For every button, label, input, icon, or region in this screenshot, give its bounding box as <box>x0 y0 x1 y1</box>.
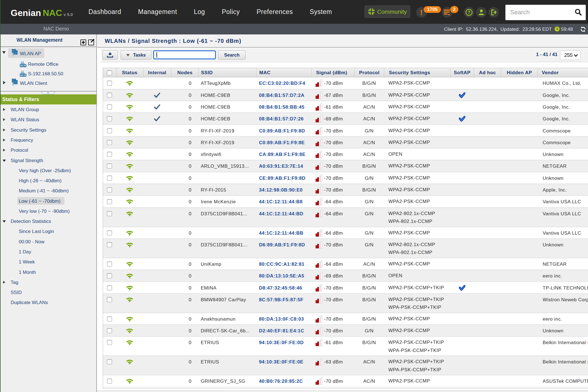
svg-text:?: ? <box>468 10 470 15</box>
